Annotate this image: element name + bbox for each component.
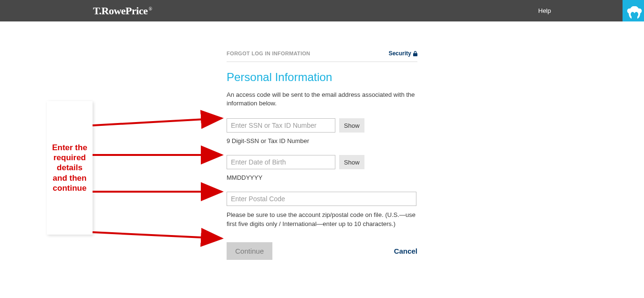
annotation-callout: Enter the required details and then cont… — [47, 101, 93, 235]
dob-field-row: Show MMDDYYYY — [227, 155, 417, 181]
brand-text: T.RowePrice — [93, 5, 147, 17]
dob-hint: MMDDYYYY — [227, 174, 417, 181]
ssn-input[interactable] — [227, 118, 335, 133]
lock-icon — [413, 51, 417, 56]
dob-show-button[interactable]: Show — [339, 155, 364, 169]
help-link[interactable]: Help — [538, 7, 551, 14]
security-label: Security — [389, 50, 411, 57]
action-row: Continue Cancel — [227, 242, 417, 260]
brand-logo: T.RowePrice® — [93, 5, 152, 17]
continue-button[interactable]: Continue — [227, 242, 272, 260]
ram-icon — [623, 0, 644, 21]
ssn-show-button[interactable]: Show — [339, 118, 364, 133]
page-description: An access code will be sent to the email… — [227, 91, 417, 108]
cancel-link[interactable]: Cancel — [394, 247, 417, 255]
ssn-field-row: Show 9 Digit-SSN or Tax ID Number — [227, 118, 417, 144]
brand-registered: ® — [148, 6, 152, 11]
security-link[interactable]: Security — [389, 50, 417, 57]
forgot-label: FORGOT LOG IN INFORMATION — [227, 51, 310, 56]
main-panel: FORGOT LOG IN INFORMATION Security Perso… — [227, 50, 417, 260]
app-header: T.RowePrice® Help — [0, 0, 644, 21]
svg-line-3 — [93, 232, 222, 238]
page-title: Personal Information — [227, 71, 417, 84]
ssn-hint: 9 Digit-SSN or Tax ID Number — [227, 137, 417, 144]
svg-line-0 — [93, 118, 222, 125]
breadcrumb-row: FORGOT LOG IN INFORMATION Security — [227, 50, 417, 62]
dob-input[interactable] — [227, 155, 335, 169]
postal-field-row: Please be sure to use the account zip/po… — [227, 192, 417, 229]
postal-input[interactable] — [227, 192, 416, 206]
postal-hint: Please be sure to use the account zip/po… — [227, 211, 417, 229]
